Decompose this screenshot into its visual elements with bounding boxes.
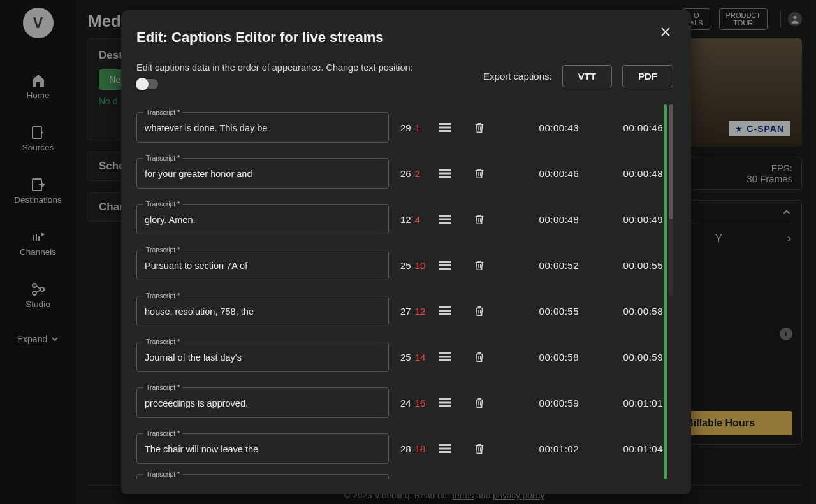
field-label: Transcript * (143, 470, 182, 478)
row-actions (427, 443, 497, 454)
scrollbar-track[interactable] (669, 104, 673, 296)
svg-rect-7 (439, 127, 451, 129)
delete-icon[interactable] (473, 443, 486, 454)
caption-rows: Transcript *whatever is done. This day b… (136, 104, 673, 479)
end-time: 00:00:59 (593, 352, 663, 363)
scrollbar-thumb[interactable] (669, 104, 673, 219)
field-label: Transcript * (143, 429, 182, 437)
transcript-input[interactable]: Transcript *house, resolution, 758, the (136, 296, 389, 326)
drag-handle-icon[interactable] (439, 397, 451, 408)
start-time: 00:00:46 (497, 168, 593, 179)
caption-row: Transcript *The chair will now leave the… (136, 426, 654, 472)
svg-rect-18 (439, 306, 451, 308)
modal-toolbar: Edit captions data in the order of appea… (136, 62, 673, 89)
field-label: Transcript * (143, 200, 182, 208)
delete-icon[interactable] (473, 213, 486, 225)
transcript-input[interactable]: Transcript * (136, 474, 389, 479)
field-label: Transcript * (143, 154, 182, 162)
transcript-text: house, resolution, 758, the (145, 306, 254, 317)
transcript-text: for your greater honor and (145, 169, 252, 179)
svg-rect-12 (439, 215, 451, 217)
caption-row: Transcript *Journal of the last day's251… (136, 334, 654, 380)
char-count: 2510 (389, 260, 427, 271)
start-time: 00:00:58 (497, 352, 593, 363)
drag-handle-icon[interactable] (439, 351, 451, 363)
transcript-text: proceedings is approved. (145, 398, 248, 408)
char-count: 2712 (389, 306, 427, 317)
row-actions (427, 397, 497, 408)
field-label: Transcript * (143, 384, 182, 391)
modal-title: Edit: Captions Editor for live streams (136, 29, 673, 46)
field-label: Transcript * (143, 108, 182, 116)
drag-handle-icon[interactable] (439, 305, 451, 317)
row-actions (427, 168, 497, 179)
svg-rect-22 (439, 356, 451, 358)
row-actions (427, 305, 497, 317)
svg-rect-10 (439, 173, 451, 175)
caption-row: Transcript *whatever is done. This day b… (136, 104, 654, 150)
drag-handle-icon[interactable] (439, 168, 451, 179)
drag-handle-icon[interactable] (439, 122, 451, 133)
transcript-input[interactable]: Transcript *Journal of the last day's (136, 342, 389, 372)
caption-row: Transcript *glory. Amen.12400:00:4800:00… (136, 196, 654, 242)
transcript-text: Journal of the last day's (145, 352, 242, 363)
delete-icon[interactable] (473, 397, 486, 408)
modal-subtitle: Edit captions data in the order of appea… (136, 62, 413, 73)
transcript-text: Pursuant to section 7A of (145, 261, 247, 271)
caption-rows-container: Transcript *whatever is done. This day b… (136, 104, 673, 479)
caption-row: Transcript *proceedings is approved.2416… (136, 380, 654, 426)
transcript-input[interactable]: Transcript *whatever is done. This day b… (136, 112, 389, 143)
end-time: 00:00:46 (593, 122, 663, 133)
row-actions (427, 122, 497, 133)
close-button[interactable] (658, 24, 673, 40)
caption-row: Transcript *house, resolution, 758, the2… (136, 288, 654, 334)
transcript-text: whatever is done. This day be (145, 123, 267, 133)
svg-rect-21 (439, 352, 451, 354)
end-time: 00:01:04 (593, 443, 663, 454)
svg-rect-23 (439, 359, 451, 361)
char-count: 2818 (389, 443, 427, 454)
transcript-input[interactable]: Transcript *glory. Amen. (136, 204, 389, 234)
svg-rect-9 (439, 169, 451, 171)
svg-rect-16 (439, 264, 451, 266)
field-label: Transcript * (143, 246, 182, 254)
end-time: 00:00:49 (593, 214, 663, 225)
svg-rect-13 (439, 219, 451, 220)
drag-handle-icon[interactable] (439, 213, 451, 225)
delete-icon[interactable] (473, 168, 486, 179)
delete-icon[interactable] (473, 351, 486, 363)
progress-bar (664, 104, 667, 479)
transcript-input[interactable]: Transcript *Pursuant to section 7A of (136, 250, 389, 280)
export-label: Export captions: (483, 71, 552, 82)
export-vtt-button[interactable]: VTT (562, 65, 612, 87)
row-actions (427, 259, 497, 271)
drag-handle-icon[interactable] (439, 259, 451, 271)
svg-rect-26 (439, 405, 451, 407)
row-actions (427, 351, 497, 363)
delete-icon[interactable] (473, 305, 486, 317)
delete-icon[interactable] (473, 259, 486, 271)
char-count: 2514 (389, 352, 427, 363)
position-toggle[interactable] (136, 79, 158, 89)
transcript-text: The chair will now leave the (145, 444, 258, 454)
transcript-input[interactable]: Transcript *proceedings is approved. (136, 387, 389, 418)
svg-rect-6 (439, 123, 451, 125)
svg-rect-20 (439, 313, 451, 315)
transcript-input[interactable]: Transcript *for your greater honor and (136, 158, 389, 189)
field-label: Transcript * (143, 338, 182, 345)
row-actions (427, 213, 497, 225)
svg-rect-8 (439, 130, 451, 132)
delete-icon[interactable] (473, 122, 486, 133)
drag-handle-icon[interactable] (439, 443, 451, 454)
end-time: 00:00:48 (593, 168, 663, 179)
end-time: 00:00:55 (593, 260, 663, 271)
start-time: 00:00:55 (497, 306, 593, 317)
svg-rect-28 (439, 448, 451, 450)
svg-rect-14 (439, 222, 451, 224)
transcript-input[interactable]: Transcript *The chair will now leave the (136, 433, 389, 464)
transcript-text: glory. Amen. (145, 215, 196, 225)
caption-row: Transcript *Pursuant to section 7A of251… (136, 242, 654, 288)
start-time: 00:00:52 (497, 260, 593, 271)
field-label: Transcript * (143, 292, 182, 299)
export-pdf-button[interactable]: PDF (622, 65, 673, 87)
